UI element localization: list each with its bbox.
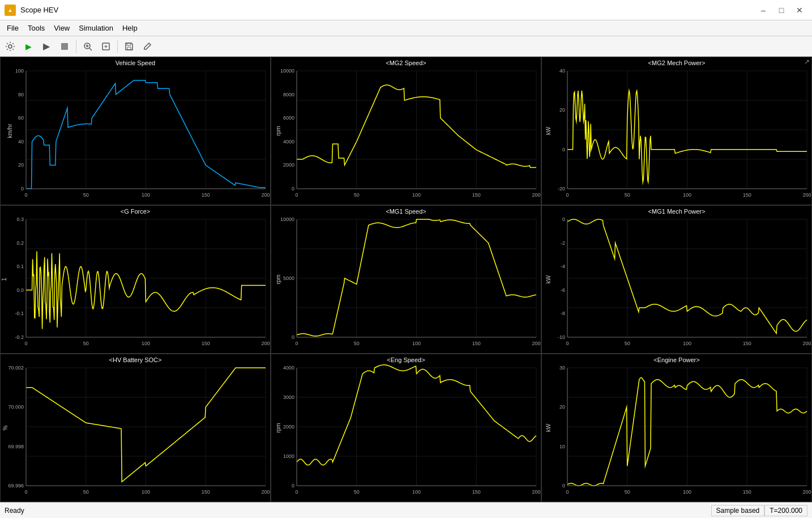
y-label-mg2-mech-power: kW — [545, 127, 552, 135]
settings-button[interactable] — [2, 39, 18, 54]
expand-icon[interactable]: ↗ — [804, 58, 810, 66]
chart-mg2-speed: <MG2 Speed> rpm — [271, 57, 541, 205]
canvas-mg1-mech-power — [542, 206, 812, 354]
y-label-mg1-speed: rpm — [275, 274, 281, 284]
status-bar-right: Sample based T=200.000 — [711, 505, 807, 516]
maximize-button[interactable]: □ — [773, 5, 789, 16]
fit-button[interactable] — [98, 39, 114, 54]
title-bar: ▲ Scope HEV – □ ✕ — [0, 0, 812, 20]
chart-title-mg1-speed: <MG1 Speed> — [271, 208, 541, 215]
chart-mg2-mech-power: <MG2 Mech Power> kW — [541, 57, 812, 205]
minimize-button[interactable]: – — [755, 5, 771, 16]
chart-grid: ↗ Vehicle Speed km/hr <MG2 Speed> rpm <M… — [0, 57, 812, 502]
menu-simulation[interactable]: Simulation — [74, 22, 118, 34]
save-button[interactable] — [121, 39, 137, 54]
y-label-hv-battery-soc: % — [2, 426, 8, 431]
chart-g-force: <G Force> 1 — [0, 205, 271, 354]
chart-title-mg2-speed: <MG2 Speed> — [271, 60, 541, 66]
menu-help[interactable]: Help — [118, 22, 142, 34]
canvas-mg2-mech-power — [542, 57, 812, 205]
chart-title-eng-speed: <Eng Speed> — [271, 356, 541, 363]
chart-mg1-mech-power: <MG1 Mech Power> kW — [541, 205, 812, 354]
edit-button[interactable] — [139, 39, 155, 54]
app-icon: ▲ — [5, 5, 16, 16]
menu-file[interactable]: File — [2, 22, 23, 34]
chart-eng-speed: <Eng Speed> rpm — [271, 354, 541, 502]
step-forward-button[interactable]: ▶ — [39, 39, 54, 54]
close-button[interactable]: ✕ — [792, 5, 807, 16]
canvas-eng-speed — [271, 354, 541, 502]
canvas-g-force — [1, 206, 271, 354]
chart-title-vehicle-speed: Vehicle Speed — [1, 60, 270, 66]
canvas-engine-power — [542, 354, 812, 502]
y-label-eng-speed: rpm — [275, 423, 281, 432]
chart-engine-power: <Engine Power> kW — [541, 354, 812, 502]
run-button[interactable]: ▶ — [20, 39, 36, 54]
chart-title-g-force: <G Force> — [1, 208, 270, 215]
chart-title-hv-battery-soc: <HV Battery SOC> — [1, 356, 270, 363]
chart-mg1-speed: <MG1 Speed> rpm — [271, 205, 541, 354]
menu-view[interactable]: View — [49, 22, 74, 34]
separator-1 — [76, 40, 76, 53]
window-title: Scope HEV — [20, 6, 58, 14]
toolbar: ▶ ▶ — [0, 36, 812, 57]
canvas-mg2-speed — [271, 57, 541, 205]
time-label: T=200.000 — [764, 505, 807, 516]
chart-title-engine-power: <Engine Power> — [542, 356, 811, 363]
status-text: Ready — [5, 507, 24, 515]
canvas-vehicle-speed — [1, 57, 271, 205]
canvas-hv-battery-soc — [1, 354, 271, 502]
status-bar: Ready Sample based T=200.000 — [0, 502, 812, 518]
menu-bar: File Tools View Simulation Help — [0, 20, 812, 36]
chart-title-mg2-mech-power: <MG2 Mech Power> — [542, 60, 811, 66]
chart-vehicle-speed: Vehicle Speed km/hr — [0, 57, 271, 205]
y-label-vehicle-speed: km/hr — [7, 124, 13, 138]
window-controls: – □ ✕ — [755, 5, 807, 16]
stop-button[interactable] — [57, 39, 72, 54]
chart-hv-battery-soc: <HV Battery SOC> % — [0, 354, 271, 502]
y-label-g-force: 1 — [1, 278, 7, 281]
chart-title-mg1-mech-power: <MG1 Mech Power> — [542, 208, 811, 215]
sample-based-label: Sample based — [711, 505, 765, 516]
y-label-engine-power: kW — [545, 424, 552, 432]
y-label-mg1-mech-power: kW — [545, 275, 552, 283]
title-bar-left: ▲ Scope HEV — [5, 5, 58, 16]
menu-tools[interactable]: Tools — [23, 22, 49, 34]
separator-2 — [117, 40, 118, 53]
svg-point-0 — [8, 45, 12, 48]
zoom-in-button[interactable] — [80, 39, 96, 54]
svg-line-2 — [89, 48, 92, 50]
canvas-mg1-speed — [271, 206, 541, 354]
y-label-mg2-speed: rpm — [275, 126, 281, 135]
